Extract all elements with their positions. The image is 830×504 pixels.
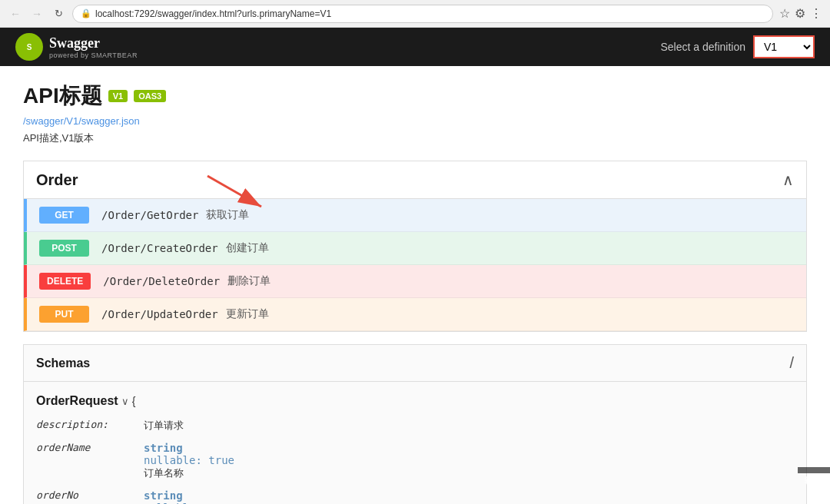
schema-model-name: OrderRequest: [36, 394, 118, 407]
browser-bar: ← → ↻ 🔒 localhost:7292/swagger/index.htm…: [0, 0, 830, 28]
schema-row-orderNo: orderNo string nullable: true 订单编号: [36, 485, 794, 504]
method-badge-post: POST: [39, 240, 89, 257]
api-title-row: API标题 V1 OAS3: [23, 81, 807, 111]
menu-icon[interactable]: ⋮: [810, 6, 822, 21]
schema-row-orderName: orderName string nullable: true 订单名称: [36, 437, 794, 485]
order-section-wrapper: Order ∧ GET /Order/GetOrder 获取订单 POST /O…: [23, 161, 807, 332]
swagger-subtitle: powered by SMARTBEAR: [49, 51, 138, 59]
url-text: localhost:7292/swagger/index.html?urls.p…: [95, 8, 331, 19]
swagger-logo-circle: S: [15, 33, 43, 61]
watermark: 激活 转到: [798, 467, 830, 473]
method-badge-get: GET: [39, 207, 89, 224]
endpoint-row-post[interactable]: POST /Order/CreateOrder 创建订单: [24, 232, 806, 265]
endpoint-path-delete: /Order/DeleteOrder: [103, 275, 220, 287]
swagger-logo: S Swagger powered by SMARTBEAR: [15, 33, 138, 61]
schema-info-orderNo: string nullable: true 订单编号: [144, 485, 794, 504]
schema-type-orderNo: string: [144, 489, 794, 502]
schema-desc-orderName: 订单名称: [144, 467, 184, 479]
endpoint-desc-delete: 删除订单: [227, 274, 271, 288]
schemas-toggle: /: [789, 354, 794, 372]
method-badge-put: PUT: [39, 306, 89, 323]
order-section: Order ∧ GET /Order/GetOrder 获取订单 POST /O…: [23, 161, 807, 332]
swagger-definition: Select a definition V1: [660, 35, 815, 58]
select-definition-label: Select a definition: [660, 41, 745, 53]
schema-type-orderName: string: [144, 442, 794, 454]
endpoint-path-get: /Order/GetOrder: [101, 209, 198, 221]
definition-select[interactable]: V1: [753, 35, 815, 58]
api-title-section: API标题 V1 OAS3 /swagger/V1/swagger.json A…: [23, 81, 807, 145]
schema-description-text: 订单请求: [144, 419, 184, 431]
oas3-badge: OAS3: [134, 90, 166, 102]
back-button[interactable]: ←: [8, 6, 23, 22]
swagger-title: Swagger: [49, 35, 138, 51]
schemas-title: Schemas: [36, 356, 90, 370]
schema-field-orderName: orderName: [36, 437, 144, 485]
swagger-logo-letter: S: [27, 43, 32, 51]
endpoint-row-put[interactable]: PUT /Order/UpdateOrder 更新订单: [24, 298, 806, 331]
api-title-text: API标题: [23, 81, 102, 111]
api-link[interactable]: /swagger/V1/swagger.json: [23, 115, 807, 127]
refresh-button[interactable]: ↻: [51, 6, 66, 22]
schema-info-orderName: string nullable: true 订单名称: [144, 437, 794, 485]
schema-table: description: 订单请求 orderName string nulla…: [36, 414, 794, 504]
order-section-title: Order: [36, 171, 78, 189]
schema-body: OrderRequest ∨ { description: 订单请求: [24, 382, 806, 504]
schema-model-brace: {: [132, 395, 136, 407]
lock-icon: 🔒: [81, 8, 91, 18]
api-description: API描述,V1版本: [23, 132, 94, 144]
endpoint-desc-post: 创建订单: [226, 241, 269, 255]
schema-model-expand[interactable]: ∨: [121, 396, 132, 407]
main-content: API标题 V1 OAS3 /swagger/V1/swagger.json A…: [0, 66, 830, 504]
order-section-header[interactable]: Order ∧: [24, 161, 806, 199]
schema-row-description: description: 订单请求: [36, 414, 794, 437]
bookmark-icon[interactable]: ☆: [779, 6, 790, 21]
address-bar[interactable]: 🔒 localhost:7292/swagger/index.html?urls…: [72, 5, 773, 23]
endpoint-path-post: /Order/CreateOrder: [101, 242, 218, 254]
endpoint-row-delete[interactable]: DELETE /Order/DeleteOrder 删除订单: [24, 265, 806, 298]
schema-model-title: OrderRequest ∨ {: [36, 394, 794, 408]
method-badge-delete: DELETE: [39, 273, 91, 290]
endpoint-desc-get: 获取订单: [206, 208, 249, 222]
version-badge: V1: [108, 90, 128, 102]
extensions-icon[interactable]: ⚙: [795, 6, 805, 21]
schema-value-description: 订单请求: [144, 414, 794, 437]
schema-nullable-orderName: nullable: true: [144, 454, 794, 466]
schema-label-description: description:: [36, 414, 144, 437]
endpoint-desc-put: 更新订单: [226, 307, 269, 321]
schemas-header[interactable]: Schemas /: [24, 345, 806, 382]
endpoint-row-get[interactable]: GET /Order/GetOrder 获取订单: [24, 199, 806, 232]
swagger-logo-text: Swagger powered by SMARTBEAR: [49, 35, 138, 59]
schemas-section: Schemas / OrderRequest ∨ { description:: [23, 344, 807, 504]
swagger-navbar: S Swagger powered by SMARTBEAR Select a …: [0, 28, 830, 66]
schema-field-orderNo: orderNo: [36, 485, 144, 504]
browser-actions: ☆ ⚙ ⋮: [779, 6, 822, 21]
endpoint-path-put: /Order/UpdateOrder: [101, 308, 218, 320]
order-section-toggle: ∧: [782, 171, 794, 189]
forward-button[interactable]: →: [29, 6, 45, 22]
